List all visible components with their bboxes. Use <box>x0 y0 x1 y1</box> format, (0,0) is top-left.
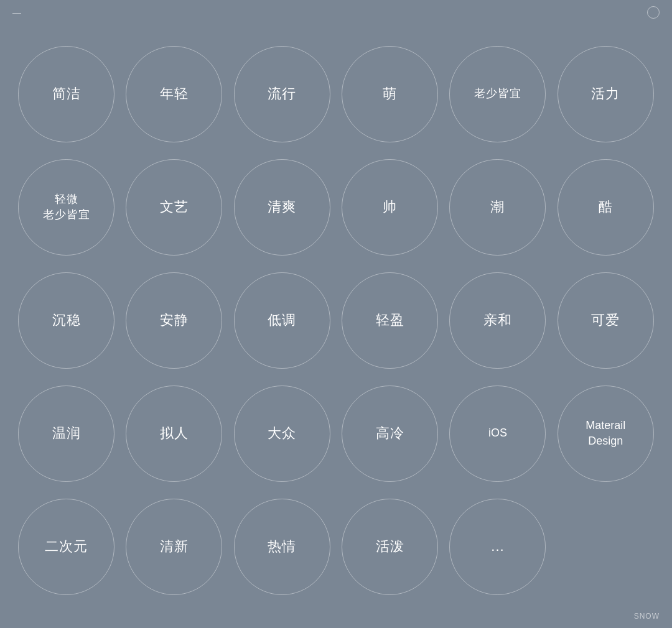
circle-label-jian-jie: 简洁 <box>52 85 81 103</box>
circle-label-material-design: Materail Design <box>586 418 625 449</box>
circle-item-an-jing[interactable]: 安静 <box>126 272 222 369</box>
circle-label-gao-leng: 高冷 <box>376 425 404 443</box>
circle-label-wen-yi: 文艺 <box>160 198 189 216</box>
circle-label-chao: 潮 <box>490 198 505 216</box>
circle-item-more[interactable]: ... <box>449 499 546 595</box>
circle-label-wen-run: 温润 <box>52 425 81 443</box>
circle-label-lao-shao-jie-yi: 老少皆宜 <box>474 86 521 101</box>
circle-item-chen-wen[interactable]: 沉稳 <box>18 272 114 369</box>
circle-item-er-ci-yuan[interactable]: 二次元 <box>18 499 114 595</box>
circle-item-wen-yi[interactable]: 文艺 <box>126 159 222 256</box>
circle-label-qing-ying: 轻盈 <box>376 312 404 330</box>
circle-item-qin-he[interactable]: 亲和 <box>449 272 546 369</box>
close-button[interactable] <box>647 6 660 19</box>
circle-item-qing-ying[interactable]: 轻盈 <box>342 272 438 369</box>
circle-label-qin-he: 亲和 <box>483 312 512 330</box>
circle-label-nian-qing: 年轻 <box>160 85 189 103</box>
circle-label-ke-ai: 可爱 <box>591 312 620 330</box>
circle-item-jian-jie[interactable]: 简洁 <box>18 46 114 142</box>
circle-label-shuai: 帅 <box>383 198 397 216</box>
circle-label-huo-po: 活泼 <box>376 538 404 556</box>
circle-item-shuai[interactable]: 帅 <box>342 159 438 256</box>
circle-item-huo-li[interactable]: 活力 <box>558 46 654 142</box>
circle-label-da-zhong: 大众 <box>268 425 296 443</box>
circle-item-gao-leng[interactable]: 高冷 <box>342 386 438 482</box>
title-bar: — <box>0 0 672 25</box>
circle-item-nian-qing[interactable]: 年轻 <box>126 46 222 142</box>
circle-label-an-jing: 安静 <box>160 312 189 330</box>
circle-grid: 简洁年轻流行萌老少皆宜活力轻微 老少皆宜文艺清爽帅潮酷沉稳安静低调轻盈亲和可爱温… <box>0 31 672 609</box>
circle-item-material-design[interactable]: Materail Design <box>558 386 654 482</box>
circle-label-chen-wen: 沉稳 <box>52 312 81 330</box>
minimize-label[interactable]: — <box>12 7 21 17</box>
circle-item-da-zhong[interactable]: 大众 <box>234 386 330 482</box>
circle-item-ni-ren[interactable]: 拟人 <box>126 386 222 482</box>
circle-label-er-ci-yuan: 二次元 <box>45 538 88 556</box>
circle-item-ke-ai[interactable]: 可爱 <box>558 272 654 369</box>
circle-label-qing-wei-lao-shao: 轻微 老少皆宜 <box>43 192 90 223</box>
circle-item-re-qing[interactable]: 热情 <box>234 499 330 595</box>
circle-label-meng: 萌 <box>383 85 397 103</box>
circle-item-qing-xin[interactable]: 清新 <box>126 499 222 595</box>
window-controls: — <box>12 7 21 17</box>
circle-label-qing-shuang: 清爽 <box>268 198 296 216</box>
circle-label-more: ... <box>491 538 504 556</box>
circle-item-meng[interactable]: 萌 <box>342 46 438 142</box>
circle-label-liu-xing: 流行 <box>268 85 296 103</box>
branding-label: SNOW <box>634 612 660 621</box>
circle-item-liu-xing[interactable]: 流行 <box>234 46 330 142</box>
close-area[interactable] <box>647 6 660 19</box>
circle-label-qing-xin: 清新 <box>160 538 189 556</box>
circle-label-ku: 酷 <box>599 198 613 216</box>
circle-label-ios: iOS <box>488 425 507 441</box>
circle-item-huo-po[interactable]: 活泼 <box>342 499 438 595</box>
circle-item-ku[interactable]: 酷 <box>558 159 654 256</box>
circle-item-ios[interactable]: iOS <box>449 386 546 482</box>
circle-item-qing-wei-lao-shao[interactable]: 轻微 老少皆宜 <box>18 159 114 256</box>
circle-item-wen-run[interactable]: 温润 <box>18 386 114 482</box>
circle-item-lao-shao-jie-yi[interactable]: 老少皆宜 <box>449 46 546 142</box>
circle-item-di-diao[interactable]: 低调 <box>234 272 330 369</box>
circle-item-chao[interactable]: 潮 <box>449 159 546 256</box>
circle-label-huo-li: 活力 <box>591 85 620 103</box>
circle-label-di-diao: 低调 <box>268 312 296 330</box>
circle-label-ni-ren: 拟人 <box>160 425 189 443</box>
circle-item-qing-shuang[interactable]: 清爽 <box>234 159 330 256</box>
circle-label-re-qing: 热情 <box>268 538 296 556</box>
